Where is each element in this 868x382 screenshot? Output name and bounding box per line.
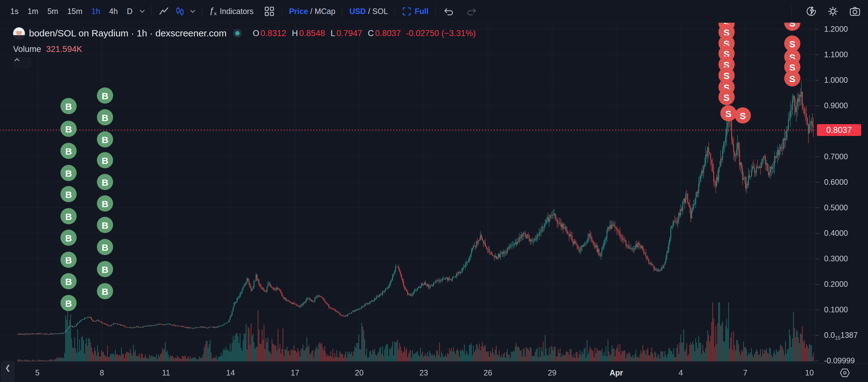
toolbar-separator [342,6,342,16]
gear-icon [828,6,838,17]
time-axis-label: 8 [86,368,118,377]
svg-text:S: S [725,109,732,119]
price-axis-tick [815,233,819,234]
chart-legend: boden/SOL on Raydium · 1h · dexscreener.… [13,27,476,54]
price-axis-label: 0.1000 [824,305,848,314]
toolbar-separator [436,6,436,16]
time-axis-label: 23 [408,368,439,377]
settings-button[interactable] [826,5,840,18]
scroll-left-tab[interactable]: ❮ [1,361,14,382]
chart-type-candles-button[interactable] [172,5,188,18]
svg-text:B: B [101,155,108,166]
price-axis-tick [815,258,819,259]
price-mcap-toggle[interactable]: Price / MCap [287,5,338,18]
price-axis-label: 0.4000 [824,228,848,238]
buy-marker: B [97,131,113,147]
sell-marker: S [784,23,800,31]
svg-text:B: B [65,101,72,112]
time-axis-label: Apr [601,368,632,377]
chart-type-menu-chevron[interactable] [188,7,197,15]
svg-text:B: B [101,286,108,297]
price-axis-tick [815,80,819,80]
redo-button[interactable] [464,5,480,18]
currency-mode-rest: / SOL [368,7,388,15]
timeframe-button-D[interactable]: D [123,4,136,19]
layout-button[interactable] [261,4,278,19]
chart-pane: BBBBBBBBBBBBBBBBBBBBSSSSSSSSSSSSSSS bode… [0,23,815,363]
buy-marker: B [60,143,76,159]
svg-text:B: B [101,91,108,101]
buy-marker: B [97,174,113,190]
price-axis-tick [815,29,819,30]
candlestick-icon [175,6,185,16]
time-axis-label: 20 [344,368,375,377]
usd-sol-toggle[interactable]: USD / SOL [347,5,391,18]
svg-text:B: B [65,212,72,222]
price-axis-tick [815,360,819,361]
screenshot-button[interactable] [848,5,862,18]
hexagon-settings-icon [839,368,851,378]
collapse-legend-button[interactable] [14,58,31,67]
price-axis-tick [815,55,819,55]
svg-text:B: B [101,242,108,253]
timeframe-menu-chevron[interactable] [137,7,147,15]
zigzag-line-icon [159,7,169,15]
svg-text:B: B [65,189,72,200]
status-indicator-icon [233,29,242,38]
time-axis[interactable]: ❮ 5811141720232629Apr4710 [0,363,868,382]
buy-marker: B [60,186,76,202]
buy-marker: B [60,165,76,181]
buy-marker: B [60,121,76,137]
svg-text:B: B [65,255,72,265]
open-value: 0.8312 [260,29,286,38]
svg-text:B: B [101,135,108,145]
svg-text:S: S [740,111,746,121]
toolbar-separator [202,6,202,16]
volume-value: 321.594K [46,44,82,54]
top-toolbar: 1s1m5m15m1h4hD ƒx Indicators Price / MCa… [0,0,868,23]
toolbar-separator [395,6,395,16]
chart-type-line-button[interactable] [156,5,172,18]
time-axis-label: 14 [215,368,246,377]
price-axis-tick [815,207,819,208]
chevron-down-icon [190,9,196,13]
axis-settings-button[interactable] [839,368,851,380]
price-axis-label: 0.3000 [824,254,848,263]
price-axis-label: 0.2000 [824,279,848,289]
buy-marker: B [60,252,76,268]
svg-text:B: B [65,277,72,287]
timeframe-button-1h[interactable]: 1h [88,4,104,19]
price-mode-active: Price [289,7,308,15]
buy-marker: B [60,208,76,224]
chart-canvas[interactable]: BBBBBBBBBBBBBBBBBBBBSSSSSSSSSSSSSSS [0,23,815,363]
timeframe-button-15m[interactable]: 15m [63,4,87,19]
svg-text:B: B [65,233,72,243]
timeframe-button-1m[interactable]: 1m [23,4,42,19]
buy-marker: B [60,295,76,311]
indicators-button[interactable]: ƒx Indicators [207,4,256,19]
timeframe-button-4h[interactable]: 4h [105,4,122,19]
svg-text:B: B [101,220,108,231]
chevron-down-icon [139,9,145,13]
boost-button[interactable] [804,5,818,18]
open-label: O [253,29,259,38]
sell-marker: S [784,70,800,86]
chart-title[interactable]: boden/SOL on Raydium · 1h · dexscreener.… [29,28,226,39]
timeframe-button-1s[interactable]: 1s [6,4,23,19]
time-axis-label: 26 [472,368,503,377]
timeframe-button-5m[interactable]: 5m [43,4,62,19]
time-axis-label: 17 [279,368,311,377]
buy-marker: B [97,195,113,212]
price-axis[interactable]: 0.8037 1.20001.10001.00000.90000.70000.6… [815,23,868,363]
fullscreen-button[interactable]: Full [399,5,431,18]
change-value: -0.02750 (−3.31%) [406,29,476,38]
undo-button[interactable] [440,5,457,18]
price-axis-label: 1.0000 [824,75,848,84]
lightning-circle-icon [805,6,817,17]
high-label: H [292,29,298,38]
svg-text:S: S [789,23,796,28]
volume-label[interactable]: Volume [13,44,41,54]
svg-text:B: B [101,113,108,123]
buy-marker: B [60,273,76,289]
buy-marker: B [97,109,113,125]
